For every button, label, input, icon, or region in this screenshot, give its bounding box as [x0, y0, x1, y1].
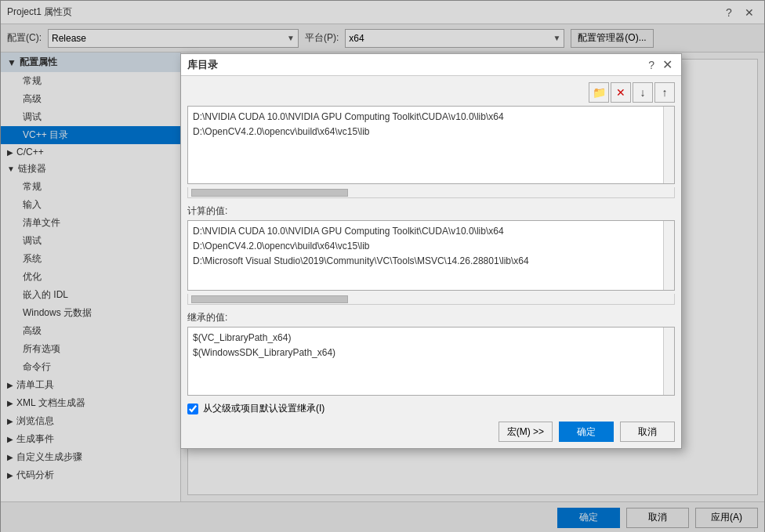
- computed-content: D:\NVIDIA CUDA 10.0\NVIDIA GPU Computing…: [188, 221, 674, 273]
- inherited-area: $(VC_LibraryPath_x64) $(WindowsSDK_Libra…: [187, 327, 675, 396]
- computed-h-scrollbar[interactable]: [187, 294, 675, 305]
- modal-cancel-button[interactable]: 取消: [620, 422, 675, 442]
- modal-bottom: 宏(M) >> 确定 取消: [187, 422, 675, 442]
- edit-h-scrollbar-thumb[interactable]: [191, 189, 348, 197]
- computed-line-2: D:\OpenCV4.2.0\opencv\build\x64\vc15\lib: [193, 239, 669, 254]
- inherited-content: $(VC_LibraryPath_x64) $(WindowsSDK_Libra…: [188, 328, 674, 364]
- computed-scrollbar[interactable]: [663, 221, 674, 290]
- delete-button[interactable]: ✕: [611, 82, 631, 103]
- move-up-button[interactable]: ↑: [654, 82, 675, 103]
- move-down-button[interactable]: ↓: [633, 82, 653, 103]
- modal-title: 库目录: [187, 58, 218, 72]
- folder-button[interactable]: 📁: [589, 82, 609, 103]
- inherited-line-2: $(WindowsSDK_LibraryPath_x64): [193, 346, 669, 360]
- edit-area[interactable]: D:\NVIDIA CUDA 10.0\NVIDIA GPU Computing…: [187, 106, 675, 184]
- edit-line-1: D:\NVIDIA CUDA 10.0\NVIDIA GPU Computing…: [193, 110, 669, 125]
- modal-help-button[interactable]: ?: [648, 59, 654, 71]
- inherited-scrollbar[interactable]: [663, 328, 674, 395]
- inherited-section: 继承的值: $(VC_LibraryPath_x64) $(WindowsSDK…: [187, 311, 675, 396]
- checkbox-row: 从父级或项目默认设置继承(I): [187, 402, 675, 415]
- modal-title-bar: 库目录 ? ✕: [181, 54, 681, 76]
- modal-close-button[interactable]: ✕: [659, 57, 675, 73]
- computed-line-3: D:\Microsoft Visual Studio\2019\Communit…: [193, 254, 669, 269]
- computed-section: 计算的值: D:\NVIDIA CUDA 10.0\NVIDIA GPU Com…: [187, 204, 675, 305]
- modal-dialog: 库目录 ? ✕ 📁 ✕ ↓ ↑ D:\NVIDIA CUDA 10.0\N: [180, 53, 682, 449]
- inherit-checkbox[interactable]: [187, 404, 198, 414]
- folder-icon: 📁: [593, 86, 606, 99]
- edit-line-2: D:\OpenCV4.2.0\opencv\build\x64\vc15\lib: [193, 125, 669, 139]
- inherited-label: 继承的值:: [187, 311, 675, 324]
- modal-toolbar: 📁 ✕ ↓ ↑: [187, 82, 675, 103]
- computed-line-1: D:\NVIDIA CUDA 10.0\NVIDIA GPU Computing…: [193, 224, 669, 239]
- edit-h-scrollbar[interactable]: [187, 187, 675, 198]
- inherited-line-1: $(VC_LibraryPath_x64): [193, 331, 669, 346]
- delete-icon: ✕: [616, 86, 625, 99]
- modal-body: 📁 ✕ ↓ ↑ D:\NVIDIA CUDA 10.0\NVIDIA GPU C…: [181, 76, 681, 448]
- computed-area: D:\NVIDIA CUDA 10.0\NVIDIA GPU Computing…: [187, 220, 675, 291]
- down-arrow-icon: ↓: [640, 86, 646, 99]
- modal-ok-button[interactable]: 确定: [559, 422, 614, 442]
- checkbox-label: 从父级或项目默认设置继承(I): [203, 402, 324, 415]
- computed-h-scrollbar-thumb[interactable]: [191, 295, 348, 303]
- modal-title-actions: ? ✕: [648, 57, 675, 73]
- up-arrow-icon: ↑: [662, 86, 668, 99]
- edit-scrollbar[interactable]: [663, 107, 674, 183]
- computed-label: 计算的值:: [187, 204, 675, 218]
- edit-content: D:\NVIDIA CUDA 10.0\NVIDIA GPU Computing…: [188, 107, 674, 143]
- macro-button[interactable]: 宏(M) >>: [499, 422, 553, 442]
